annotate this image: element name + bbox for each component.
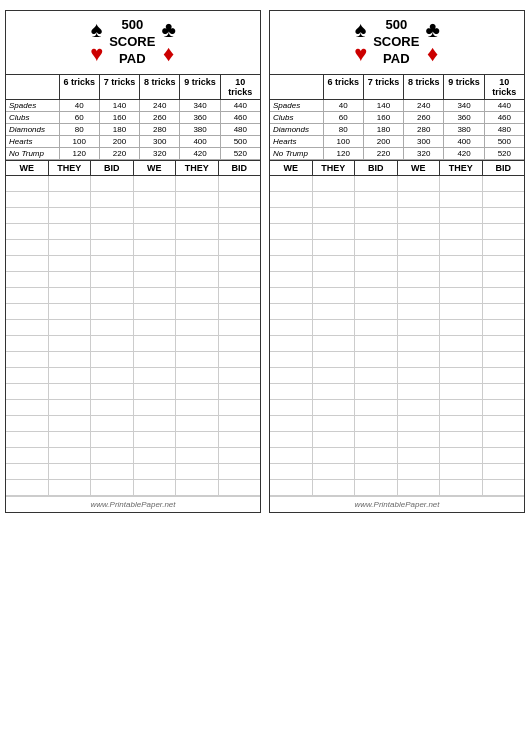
score-cell-17-4[interactable] bbox=[440, 448, 483, 463]
score-cell-15-3[interactable] bbox=[398, 416, 441, 431]
score-cell-9-1[interactable] bbox=[49, 320, 92, 335]
score-cell-7-2[interactable] bbox=[355, 288, 398, 303]
score-cell-3-1[interactable] bbox=[313, 224, 356, 239]
score-cell-2-3[interactable] bbox=[398, 208, 441, 223]
score-cell-14-1[interactable] bbox=[313, 400, 356, 415]
score-cell-1-1[interactable] bbox=[49, 192, 92, 207]
score-cell-2-4[interactable] bbox=[176, 208, 219, 223]
score-cell-11-2[interactable] bbox=[355, 352, 398, 367]
score-cell-14-2[interactable] bbox=[355, 400, 398, 415]
score-cell-7-2[interactable] bbox=[91, 288, 134, 303]
score-cell-8-0[interactable] bbox=[6, 304, 49, 319]
score-cell-5-4[interactable] bbox=[440, 256, 483, 271]
score-cell-14-4[interactable] bbox=[176, 400, 219, 415]
score-cell-8-3[interactable] bbox=[134, 304, 177, 319]
score-cell-19-5[interactable] bbox=[219, 480, 261, 495]
score-cell-19-2[interactable] bbox=[91, 480, 134, 495]
score-cell-6-2[interactable] bbox=[355, 272, 398, 287]
score-cell-5-2[interactable] bbox=[355, 256, 398, 271]
score-cell-13-1[interactable] bbox=[49, 384, 92, 399]
score-cell-18-4[interactable] bbox=[440, 464, 483, 479]
score-cell-2-0[interactable] bbox=[6, 208, 49, 223]
score-cell-14-5[interactable] bbox=[483, 400, 525, 415]
score-cell-17-0[interactable] bbox=[270, 448, 313, 463]
score-cell-8-5[interactable] bbox=[483, 304, 525, 319]
score-cell-9-2[interactable] bbox=[91, 320, 134, 335]
score-cell-0-4[interactable] bbox=[176, 176, 219, 191]
score-cell-13-1[interactable] bbox=[313, 384, 356, 399]
score-cell-18-5[interactable] bbox=[483, 464, 525, 479]
score-cell-2-4[interactable] bbox=[440, 208, 483, 223]
score-cell-16-1[interactable] bbox=[49, 432, 92, 447]
score-cell-18-5[interactable] bbox=[219, 464, 261, 479]
score-cell-8-5[interactable] bbox=[219, 304, 261, 319]
score-cell-16-4[interactable] bbox=[176, 432, 219, 447]
score-cell-0-5[interactable] bbox=[219, 176, 261, 191]
score-cell-6-3[interactable] bbox=[398, 272, 441, 287]
score-cell-14-0[interactable] bbox=[270, 400, 313, 415]
score-cell-10-3[interactable] bbox=[134, 336, 177, 351]
score-cell-13-4[interactable] bbox=[176, 384, 219, 399]
score-cell-12-5[interactable] bbox=[219, 368, 261, 383]
score-cell-2-3[interactable] bbox=[134, 208, 177, 223]
score-cell-3-5[interactable] bbox=[483, 224, 525, 239]
score-cell-1-0[interactable] bbox=[270, 192, 313, 207]
score-cell-15-2[interactable] bbox=[355, 416, 398, 431]
score-cell-4-0[interactable] bbox=[270, 240, 313, 255]
score-cell-10-5[interactable] bbox=[483, 336, 525, 351]
score-cell-1-5[interactable] bbox=[219, 192, 261, 207]
score-cell-12-0[interactable] bbox=[270, 368, 313, 383]
score-cell-11-5[interactable] bbox=[219, 352, 261, 367]
score-cell-2-1[interactable] bbox=[49, 208, 92, 223]
score-cell-10-0[interactable] bbox=[270, 336, 313, 351]
score-cell-11-2[interactable] bbox=[91, 352, 134, 367]
score-cell-7-5[interactable] bbox=[483, 288, 525, 303]
score-cell-6-1[interactable] bbox=[313, 272, 356, 287]
score-cell-15-5[interactable] bbox=[483, 416, 525, 431]
score-cell-15-4[interactable] bbox=[440, 416, 483, 431]
score-cell-17-1[interactable] bbox=[313, 448, 356, 463]
score-cell-9-3[interactable] bbox=[398, 320, 441, 335]
score-cell-11-4[interactable] bbox=[176, 352, 219, 367]
score-cell-10-4[interactable] bbox=[440, 336, 483, 351]
score-cell-17-5[interactable] bbox=[483, 448, 525, 463]
score-cell-13-2[interactable] bbox=[91, 384, 134, 399]
score-cell-7-3[interactable] bbox=[134, 288, 177, 303]
score-cell-19-0[interactable] bbox=[270, 480, 313, 495]
score-cell-14-4[interactable] bbox=[440, 400, 483, 415]
score-cell-9-5[interactable] bbox=[219, 320, 261, 335]
score-cell-14-5[interactable] bbox=[219, 400, 261, 415]
score-cell-10-1[interactable] bbox=[49, 336, 92, 351]
score-cell-12-2[interactable] bbox=[355, 368, 398, 383]
score-cell-15-0[interactable] bbox=[6, 416, 49, 431]
score-cell-12-1[interactable] bbox=[313, 368, 356, 383]
score-cell-5-3[interactable] bbox=[134, 256, 177, 271]
score-cell-11-3[interactable] bbox=[134, 352, 177, 367]
score-cell-7-0[interactable] bbox=[270, 288, 313, 303]
score-cell-17-0[interactable] bbox=[6, 448, 49, 463]
score-cell-10-4[interactable] bbox=[176, 336, 219, 351]
score-cell-1-5[interactable] bbox=[483, 192, 525, 207]
score-cell-9-4[interactable] bbox=[176, 320, 219, 335]
score-cell-18-2[interactable] bbox=[91, 464, 134, 479]
score-cell-4-3[interactable] bbox=[134, 240, 177, 255]
score-cell-9-1[interactable] bbox=[313, 320, 356, 335]
score-cell-3-1[interactable] bbox=[49, 224, 92, 239]
score-cell-6-2[interactable] bbox=[91, 272, 134, 287]
score-cell-17-2[interactable] bbox=[355, 448, 398, 463]
score-cell-9-0[interactable] bbox=[270, 320, 313, 335]
score-cell-14-3[interactable] bbox=[398, 400, 441, 415]
score-cell-1-1[interactable] bbox=[313, 192, 356, 207]
score-cell-1-0[interactable] bbox=[6, 192, 49, 207]
score-cell-17-1[interactable] bbox=[49, 448, 92, 463]
score-cell-16-1[interactable] bbox=[313, 432, 356, 447]
score-cell-16-0[interactable] bbox=[6, 432, 49, 447]
score-cell-13-2[interactable] bbox=[355, 384, 398, 399]
score-cell-12-3[interactable] bbox=[398, 368, 441, 383]
score-cell-7-4[interactable] bbox=[440, 288, 483, 303]
score-cell-10-2[interactable] bbox=[91, 336, 134, 351]
score-cell-14-0[interactable] bbox=[6, 400, 49, 415]
score-cell-6-5[interactable] bbox=[219, 272, 261, 287]
score-cell-13-3[interactable] bbox=[134, 384, 177, 399]
score-cell-6-1[interactable] bbox=[49, 272, 92, 287]
